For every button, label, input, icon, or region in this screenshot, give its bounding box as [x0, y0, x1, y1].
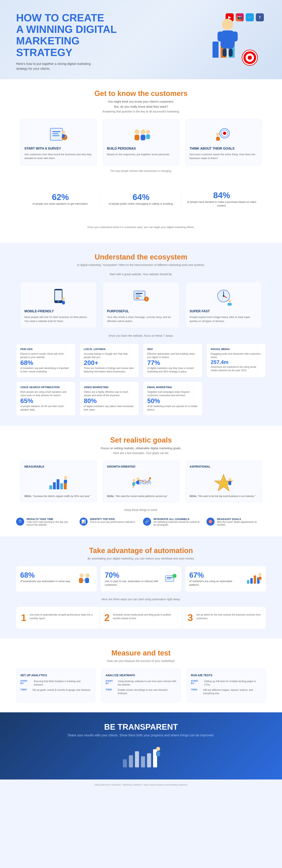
hero-person-illustration: [213, 17, 242, 58]
card-personas-illustration: [107, 124, 175, 144]
area-video-marketing-stat: 80%: [84, 397, 135, 405]
svg-point-47: [64, 476, 67, 479]
target-icon: [242, 50, 258, 66]
card-super-fast: SUPER FAST People expect even image-heav…: [185, 282, 262, 328]
section4-steps: 1 Use tools to automatically compile per…: [16, 607, 266, 629]
area-local-listings-title: LOCAL LISTINGS: [84, 348, 135, 351]
measure-heatmaps-desc2: Enable screen recordings to see user beh…: [118, 688, 176, 695]
measure-heatmaps-row1: START BY: Using heatmap software to see …: [106, 680, 176, 686]
measure-heatmaps-title: ANALYZE HEATMAPS: [106, 674, 176, 677]
svg-point-29: [62, 298, 65, 301]
measure-heatmaps-row2: THEN: Enable screen recordings to see us…: [106, 688, 176, 695]
hero-subtitle: Here's how to put together a strong digi…: [16, 62, 101, 71]
auto-stat-2-text: use, or plan to use, automation to inter…: [105, 580, 161, 587]
svg-rect-52: [132, 482, 135, 486]
mobile-friendly-title: MOBILE-FRIENDLY: [24, 310, 93, 313]
area-voice-search-stat: 65%: [20, 397, 71, 405]
purposeful-title: PURPOSEFUL: [107, 310, 175, 313]
svg-rect-13: [62, 134, 65, 138]
auto-stat-1-number: 68%: [20, 571, 71, 580]
target-icon: 🎯: [207, 518, 214, 526]
section4-subtitle: By automating your digital marketing, yo…: [16, 557, 266, 560]
area-video-marketing-title: VIDEO MARKETING: [84, 386, 135, 389]
area-voice-search: VOICE SEARCH OPTIMIZATION More people ar…: [16, 381, 75, 415]
section1-footer-note: Once you understand what it is customers…: [16, 222, 266, 233]
section3-reminders: ⏱ RESULTS TAKE TIME Calls won't start po…: [16, 518, 266, 526]
footer-text: Data pulled from HubSpot's "Marketing St…: [16, 783, 266, 786]
area-social-media-stat-text: Americans are expected to be using socia…: [211, 365, 262, 372]
svg-rect-62: [82, 580, 86, 581]
svg-rect-78: [147, 753, 151, 767]
mobile-friendly-illustration: [24, 287, 93, 307]
svg-rect-3: [233, 31, 238, 41]
auto-stat-3-number: 67%: [189, 571, 243, 580]
area-social-media-title: SOCIAL MEDIA: [211, 348, 262, 351]
svg-rect-8: [52, 133, 59, 134]
section4-steps-note: Here are three ways you can start using …: [16, 598, 266, 601]
area-seo-desc: Effective optimization and link-building…: [147, 352, 198, 359]
section2-areas-row2: VOICE SEARCH OPTIMIZATION More people ar…: [16, 381, 266, 415]
goal-aspirational-illo: [189, 470, 258, 494]
step-1: 1 Use tools to automatically compile per…: [16, 607, 100, 629]
automation-2-icon: ✓: [164, 571, 177, 585]
svg-rect-35: [136, 298, 139, 299]
area-email-marketing-stat-text: of all marketing emails are opened on a …: [147, 405, 198, 411]
section1-stats: 62% of people use smart speakers to get …: [16, 183, 266, 216]
card-goals-illustration: [189, 124, 258, 144]
step-2-content: Schedule social media posts and blog pos…: [113, 613, 178, 620]
mobile-icon: [49, 288, 68, 306]
step-3-text: Set up alerts for the new reviews the bu…: [196, 613, 261, 620]
growth-icon: GOAL: [131, 473, 151, 491]
measure-abtests-title: RUN A/B TESTS: [191, 674, 262, 677]
svg-rect-65: [167, 579, 171, 579]
measure-heatmaps-label2: THEN:: [106, 688, 116, 691]
area-email-marketing-title: EMAIL MARKETING: [147, 386, 198, 389]
svg-rect-41: [227, 303, 232, 306]
svg-rect-45: [60, 483, 63, 489]
svg-rect-77: [141, 756, 145, 767]
goal-measurable: MEASURABLE GOAL: "Increase the client's …: [20, 461, 97, 502]
measure-abtests-desc2: A/B test different images, layouts, butt…: [203, 688, 262, 695]
svg-point-50: [149, 477, 151, 479]
reminder-readjust-title: READJUST GOALS: [217, 518, 266, 521]
section6-title: Be transparent: [16, 722, 266, 732]
footer: Data pulled from HubSpot's "Marketing St…: [0, 779, 282, 790]
section3-subtitle: Focus on setting realistic, obtainable d…: [16, 446, 266, 450]
measure-analytics-title: SET UP ANALYTICS: [20, 674, 91, 677]
svg-rect-9: [52, 135, 60, 136]
svg-rect-34: [136, 296, 142, 297]
goal-measurable-type: MEASURABLE: [24, 465, 93, 468]
svg-point-58: [79, 574, 83, 578]
goal-growth-text: GOAL: "We need the social media platform…: [107, 494, 175, 498]
hero-image: ▶ 📷 🐦 f: [181, 13, 266, 70]
svg-rect-4: [222, 49, 226, 57]
automation-3-icon: [246, 571, 262, 585]
section3-note: Here are a few examples. Your goals can …: [16, 452, 266, 455]
step-2-text: Schedule social media posts and blog pos…: [113, 613, 178, 620]
auto-stat-1-content: 68% of businesses use automation in some…: [20, 571, 71, 583]
svg-rect-76: [135, 751, 139, 767]
svg-point-80: [156, 747, 160, 751]
section1-subtitle: You might think you know your client's c…: [16, 100, 266, 103]
section5-subtitle: How can you measure the success of your …: [16, 659, 266, 662]
link-icon: 🔗: [143, 518, 151, 526]
area-video-marketing-desc: Videos are a highly effective way to rea…: [84, 390, 135, 397]
section-transparent: Be transparent Share your results with y…: [0, 712, 282, 779]
purposeful-text: Your site needs a clear message, concise…: [107, 315, 175, 323]
section3-title: Set realistic goals: [16, 436, 266, 444]
card-survey-text: Ask customers how they found the busines…: [24, 152, 93, 160]
svg-text:✓: ✓: [174, 575, 176, 577]
auto-stat-2: 70% use, or plan to use, automation to i…: [101, 566, 181, 592]
area-seo-stat: 77%: [147, 359, 198, 367]
svg-rect-15: [135, 135, 139, 140]
step-2-number: 2: [104, 613, 110, 623]
auto-stat-3: 67% of marketers are using an automated …: [185, 566, 266, 592]
reminder-readjust-text: Miss the mark? Make adjustments as neede…: [217, 521, 266, 526]
aspirational-icon: [213, 473, 234, 491]
measure-analytics-row1: START BY: Ensuring that Web Analytics is…: [20, 680, 91, 686]
step-3: 3 Set up alerts for the new reviews the …: [183, 607, 266, 629]
svg-rect-64: [167, 577, 172, 578]
card-goals: THINK ABOUT THEIR GOALS Not every custom…: [185, 119, 262, 165]
area-video-marketing: VIDEO MARKETING Videos are a highly effe…: [79, 381, 139, 415]
measure-heatmaps-label1: START BY:: [106, 680, 116, 684]
